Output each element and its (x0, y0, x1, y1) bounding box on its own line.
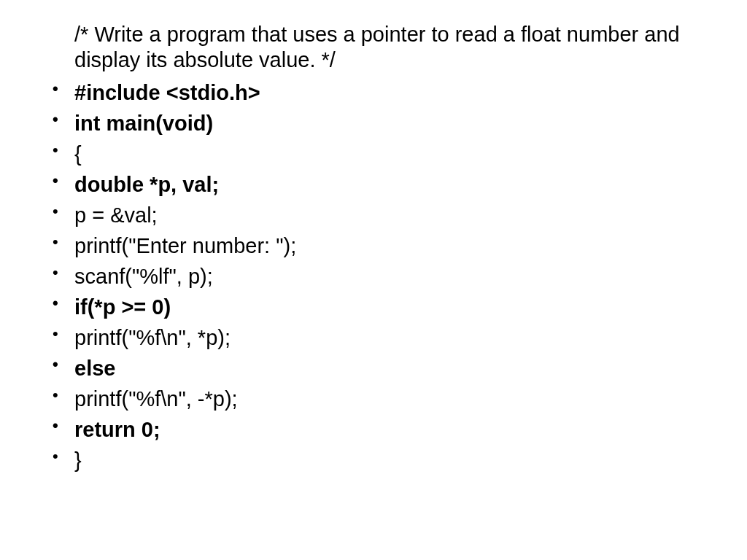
code-line: { (44, 139, 703, 169)
code-line: scanf("%lf", p); (44, 261, 703, 292)
code-line: printf("Enter number: "); (44, 230, 703, 261)
code-line: p = &val; (44, 200, 703, 230)
code-line: printf("%f\n", -*p); (44, 384, 703, 414)
code-line: printf("%f\n", *p); (44, 322, 703, 353)
code-line: return 0; (44, 414, 703, 445)
code-line: if(*p >= 0) (44, 292, 703, 322)
code-line: #include <stdio.h> (44, 77, 703, 108)
slide-content: /* Write a program that uses a pointer t… (0, 0, 747, 497)
code-list: #include <stdio.h>int main(void){double … (44, 77, 703, 476)
code-line: int main(void) (44, 108, 703, 139)
code-line: double *p, val; (44, 169, 703, 200)
code-comment: /* Write a program that uses a pointer t… (74, 22, 703, 73)
code-line: } (44, 445, 703, 475)
code-line: else (44, 353, 703, 384)
